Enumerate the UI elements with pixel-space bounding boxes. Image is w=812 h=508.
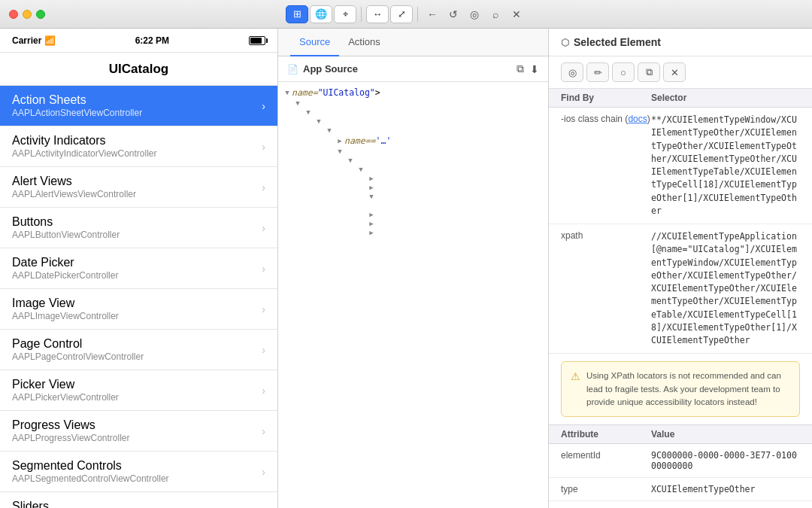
expand-icon[interactable]: ⤢	[390, 5, 413, 23]
col-attribute: Attribute	[561, 429, 651, 440]
tree-line[interactable]: ▶	[278, 228, 548, 237]
tree-line[interactable]: ▶	[278, 219, 548, 228]
attribute-value: 9C000000-0000-0000-3E77-010000000000	[651, 450, 800, 471]
remove-btn[interactable]: ✕	[663, 62, 686, 82]
inspector-icon[interactable]: ⊞	[286, 5, 308, 23]
selector-row: -ios class chain (docs) **/XCUIElementTy…	[549, 108, 812, 224]
expand-arrow[interactable]: ▼	[283, 89, 292, 96]
list-item-subtitle: AAPLPickerViewController	[12, 392, 119, 403]
selector-row-value: **/XCUIElementTypeWindow/XCUIElementType…	[651, 114, 800, 217]
source-tree[interactable]: ▼name="UICatalog">▼▼▼▼▶name=='…'▼▼▼▶▶▼▶▶…	[278, 82, 548, 508]
list-item-content: Action Sheets AAPLActionSheetViewControl…	[12, 93, 142, 118]
list-container[interactable]: Action Sheets AAPLActionSheetViewControl…	[0, 86, 277, 508]
list-item[interactable]: Picker View AAPLPickerViewController ›	[0, 370, 277, 411]
expand-arrow[interactable]: ▼	[356, 166, 365, 173]
list-item-title: Date Picker	[12, 256, 118, 269]
battery-icon	[249, 36, 265, 45]
attribute-key: type	[561, 484, 651, 494]
tree-line[interactable]: ▶name=='…'	[278, 135, 548, 147]
battery-indicator	[249, 36, 265, 45]
edit-btn[interactable]: ✏	[586, 62, 609, 82]
refresh-button[interactable]: ↺	[444, 5, 463, 23]
tree-line[interactable]: ▼	[278, 165, 548, 174]
list-item-subtitle: AAPLAlertViewsViewController	[12, 189, 136, 199]
list-item-content: Alert Views AAPLAlertViewsViewController	[12, 175, 136, 199]
list-item[interactable]: Progress Views AAPLProgressViewControlle…	[0, 411, 277, 452]
expand-arrow[interactable]: ▼	[304, 108, 313, 116]
carrier-label: Carrier 📶	[12, 35, 56, 46]
list-item[interactable]: Sliders AAPLSliderViewController ›	[0, 492, 277, 508]
list-item-title: Progress Views	[12, 418, 130, 432]
arrow-lr-icon[interactable]: ↔	[366, 5, 389, 23]
tree-line[interactable]: ▶	[278, 183, 548, 192]
expand-arrow[interactable]: ▼	[346, 157, 355, 164]
expand-arrow[interactable]: ▼	[367, 193, 376, 200]
expand-arrow[interactable]: ▼	[314, 117, 323, 125]
doc-icon: 📄	[287, 64, 298, 75]
expand-arrow[interactable]: ▶	[367, 220, 376, 227]
tree-line[interactable]: ▼	[278, 99, 548, 108]
list-item[interactable]: Buttons AAPLButtonViewController ›	[0, 208, 277, 248]
list-item[interactable]: Alert Views AAPLAlertViewsViewController…	[0, 167, 277, 208]
tab-actions[interactable]: Actions	[339, 29, 389, 56]
back-button[interactable]: ←	[423, 5, 442, 23]
list-item-title: Activity Indicators	[12, 134, 157, 148]
list-item-content: Activity Indicators AAPLActivityIndicato…	[12, 134, 157, 159]
list-item-title: Image View	[12, 297, 119, 310]
selector-table-header: Find By Selector	[549, 89, 812, 108]
tree-line[interactable]: ▼	[278, 156, 548, 165]
list-item[interactable]: Action Sheets AAPLActionSheetViewControl…	[0, 86, 277, 126]
source-actions: ⧉ ⬇	[517, 62, 539, 75]
battery-fill	[250, 38, 262, 44]
close-nav-button[interactable]: ✕	[507, 5, 526, 23]
download-icon[interactable]: ⬇	[530, 63, 539, 75]
selector-row-label: xpath	[561, 230, 651, 241]
xpath-warning: ⚠ Using XPath locators is not recommende…	[561, 361, 800, 417]
globe-icon[interactable]: 🌐	[310, 5, 332, 23]
list-item-content: Picker View AAPLPickerViewController	[12, 378, 119, 403]
expand-arrow[interactable]: ▶	[367, 229, 376, 236]
col-value: Value	[651, 429, 800, 440]
tree-line[interactable]: ▼	[278, 117, 548, 126]
tree-line[interactable]: ▼	[278, 126, 548, 135]
chevron-right-icon: ›	[262, 466, 265, 478]
list-item[interactable]: Image View AAPLImageViewController ›	[0, 289, 277, 330]
list-item[interactable]: Activity Indicators AAPLActivityIndicato…	[0, 126, 277, 167]
copy-btn[interactable]: ⧉	[638, 62, 660, 82]
eye-button[interactable]: ◎	[465, 5, 484, 23]
tree-line[interactable]: ▶	[278, 174, 548, 183]
expand-arrow[interactable]: ▶	[367, 211, 376, 218]
list-item[interactable]: Page Control AAPLPageControlViewControll…	[0, 330, 277, 370]
warning-icon: ⚠	[571, 370, 580, 382]
docs-link[interactable]: docs	[628, 114, 647, 124]
list-item[interactable]: Date Picker AAPLDatePickerController ›	[0, 248, 277, 289]
maximize-button[interactable]	[36, 10, 45, 19]
search-button[interactable]: ⌕	[486, 5, 505, 23]
cursor-icon[interactable]: ⌖	[334, 5, 356, 23]
close-button[interactable]	[9, 10, 18, 19]
list-item-title: Action Sheets	[12, 93, 142, 107]
selector-row-label: -ios class chain (docs)	[561, 114, 651, 124]
tab-source[interactable]: Source	[290, 29, 339, 56]
expand-arrow[interactable]: ▶	[367, 175, 376, 182]
source-title: 📄 App Source	[287, 63, 358, 75]
tree-line[interactable]: ▶	[278, 210, 548, 219]
list-item[interactable]: Segmented Controls AAPLSegmentedControlV…	[0, 452, 277, 492]
expand-arrow[interactable]: ▼	[325, 126, 334, 134]
list-item-title: Picker View	[12, 378, 119, 391]
copy-icon[interactable]: ⧉	[517, 62, 524, 75]
expand-arrow[interactable]: ▼	[335, 148, 344, 155]
expand-arrow[interactable]: ▶	[367, 184, 376, 191]
circle-btn[interactable]: ○	[612, 62, 635, 82]
expand-arrow[interactable]: ▶	[335, 137, 344, 144]
minimize-button[interactable]	[23, 10, 32, 19]
tree-line[interactable]: ▼	[278, 108, 548, 117]
list-item-subtitle: AAPLActivityIndicatorViewController	[12, 148, 157, 159]
tree-line[interactable]: ▼	[278, 147, 548, 156]
target-btn[interactable]: ◎	[561, 62, 583, 82]
expand-arrow[interactable]: ▼	[293, 99, 302, 107]
tree-line[interactable]: ▼name="UICatalog">	[278, 87, 548, 99]
list-item-subtitle: AAPLProgressViewController	[12, 433, 130, 443]
tree-line[interactable]: ▼	[278, 192, 548, 201]
tabs-bar: Source Actions	[278, 29, 548, 56]
